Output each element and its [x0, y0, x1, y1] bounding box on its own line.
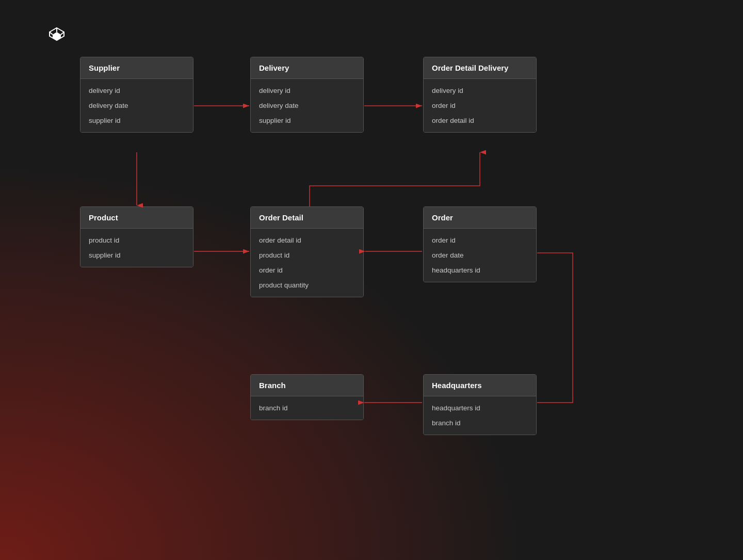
- supplier-table-body: delivery id delivery date supplier id: [80, 79, 193, 132]
- table-row: delivery date: [251, 98, 363, 113]
- table-row: product id: [251, 248, 363, 263]
- app-logo: [46, 26, 67, 46]
- table-row: branch id: [251, 401, 363, 415]
- order-detail-table: Order Detail order detail id product id …: [250, 206, 364, 297]
- supplier-table: Supplier delivery id delivery date suppl…: [80, 57, 193, 133]
- branch-body: branch id: [251, 396, 363, 420]
- branch-header: Branch: [251, 375, 363, 396]
- headquarters-header: Headquarters: [424, 375, 536, 396]
- table-row: order detail id: [424, 113, 536, 128]
- table-row: order date: [424, 248, 536, 263]
- table-row: product id: [80, 233, 193, 248]
- arrow-orderdetail-odd: [310, 152, 480, 206]
- headquarters-table: Headquarters headquarters id branch id: [423, 374, 537, 435]
- order-detail-body: order detail id product id order id prod…: [251, 229, 363, 297]
- table-row: delivery id: [424, 83, 536, 98]
- delivery-table-body: delivery id delivery date supplier id: [251, 79, 363, 132]
- table-row: order id: [424, 98, 536, 113]
- order-detail-delivery-header: Order Detail Delivery: [424, 57, 536, 79]
- table-row: order detail id: [251, 233, 363, 248]
- table-row: supplier id: [251, 113, 363, 128]
- table-row: delivery date: [80, 98, 193, 113]
- table-row: headquarters id: [424, 401, 536, 415]
- order-detail-header: Order Detail: [251, 207, 363, 229]
- branch-table: Branch branch id: [250, 374, 364, 420]
- order-detail-delivery-table: Order Detail Delivery delivery id order …: [423, 57, 537, 133]
- table-row: supplier id: [80, 248, 193, 263]
- table-row: order id: [251, 263, 363, 278]
- delivery-table: Delivery delivery id delivery date suppl…: [250, 57, 364, 133]
- headquarters-body: headquarters id branch id: [424, 396, 536, 435]
- table-row: product quantity: [251, 278, 363, 293]
- table-row: supplier id: [80, 113, 193, 128]
- order-table: Order order id order date headquarters i…: [423, 206, 537, 282]
- table-row: headquarters id: [424, 263, 536, 278]
- order-header: Order: [424, 207, 536, 229]
- table-row: branch id: [424, 415, 536, 430]
- order-body: order id order date headquarters id: [424, 229, 536, 282]
- product-table: Product product id supplier id: [80, 206, 193, 267]
- table-row: delivery id: [80, 83, 193, 98]
- product-table-body: product id supplier id: [80, 229, 193, 267]
- table-row: order id: [424, 233, 536, 248]
- table-row: delivery id: [251, 83, 363, 98]
- supplier-table-header: Supplier: [80, 57, 193, 79]
- delivery-table-header: Delivery: [251, 57, 363, 79]
- arrow-order-hq-line: [537, 253, 573, 403]
- product-table-header: Product: [80, 207, 193, 229]
- order-detail-delivery-body: delivery id order id order detail id: [424, 79, 536, 132]
